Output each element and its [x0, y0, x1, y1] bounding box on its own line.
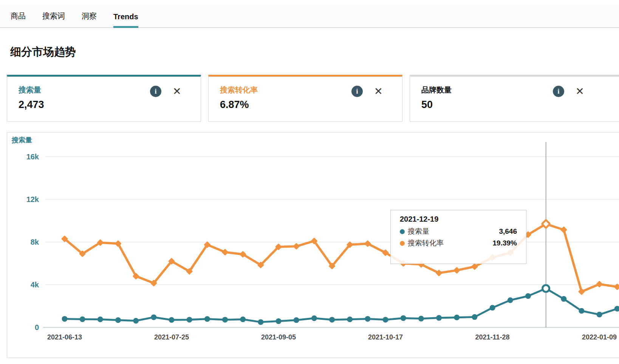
card-label: 品牌数量 — [421, 85, 619, 95]
x-tick-5: 2021-11-28 — [466, 333, 519, 341]
tooltip-series-value: 3,646 — [499, 227, 517, 236]
info-icon[interactable]: i — [150, 86, 161, 97]
trend-chart-panel[interactable]: 搜索量 16k 12k 8k 4k 0 2021-06-13 2021-07-2… — [7, 132, 619, 358]
close-icon[interactable]: ✕ — [173, 86, 181, 97]
card-value: 2,473 — [19, 99, 201, 111]
y-tick-8k: 8k — [12, 237, 39, 247]
card-value: 50 — [421, 99, 619, 111]
close-icon[interactable]: ✕ — [576, 86, 584, 97]
tab-trends[interactable]: Trends — [113, 12, 138, 28]
y-tick-16k: 16k — [12, 152, 39, 162]
card-search-volume: 搜索量 2,473 i ✕ — [7, 75, 201, 122]
chart-tooltip: 2021-12-19 搜索量 3,646 搜索转化率 19.39% — [390, 210, 526, 264]
page-title: 细分市场趋势 — [10, 45, 619, 60]
tab-products[interactable]: 商品 — [11, 11, 26, 28]
close-icon[interactable]: ✕ — [374, 86, 383, 97]
tooltip-row-search-volume: 搜索量 3,646 — [400, 227, 517, 236]
info-icon[interactable]: i — [553, 86, 564, 97]
tab-insights[interactable]: 洞察 — [82, 11, 97, 28]
card-brand-count: 品牌数量 50 i ✕ — [410, 75, 619, 122]
y-tick-12k: 12k — [12, 194, 39, 204]
y-tick-0: 0 — [12, 322, 39, 332]
y-tick-4k: 4k — [12, 280, 39, 290]
teal-dot-icon — [400, 229, 405, 234]
x-tick-2: 2021-07-25 — [145, 333, 198, 341]
x-tick-4: 2021-10-17 — [359, 333, 412, 341]
card-value: 6.87% — [220, 99, 402, 111]
x-tick-3: 2021-09-05 — [252, 333, 305, 341]
card-search-conversion: 搜索转化率 6.87% i ✕ — [208, 75, 402, 122]
tab-search-terms[interactable]: 搜索词 — [42, 11, 65, 28]
x-tick-6: 2022-01-09 — [573, 333, 619, 341]
tab-bar: 商品 搜索词 洞察 Trends — [0, 5, 619, 28]
tooltip-row-conversion: 搜索转化率 19.39% — [400, 238, 517, 248]
orange-dot-icon — [400, 241, 405, 246]
metric-cards: 搜索量 2,473 i ✕ 搜索转化率 6.87% i ✕ 品牌数量 50 i … — [7, 75, 619, 122]
info-icon[interactable]: i — [351, 86, 363, 97]
tooltip-series-label: 搜索转化率 — [408, 238, 444, 248]
trend-line-chart[interactable] — [7, 133, 619, 358]
tooltip-date: 2021-12-19 — [400, 215, 517, 224]
tooltip-series-label: 搜索量 — [408, 227, 429, 236]
x-tick-1: 2021-06-13 — [38, 333, 91, 341]
tooltip-series-value: 19.39% — [493, 239, 517, 247]
